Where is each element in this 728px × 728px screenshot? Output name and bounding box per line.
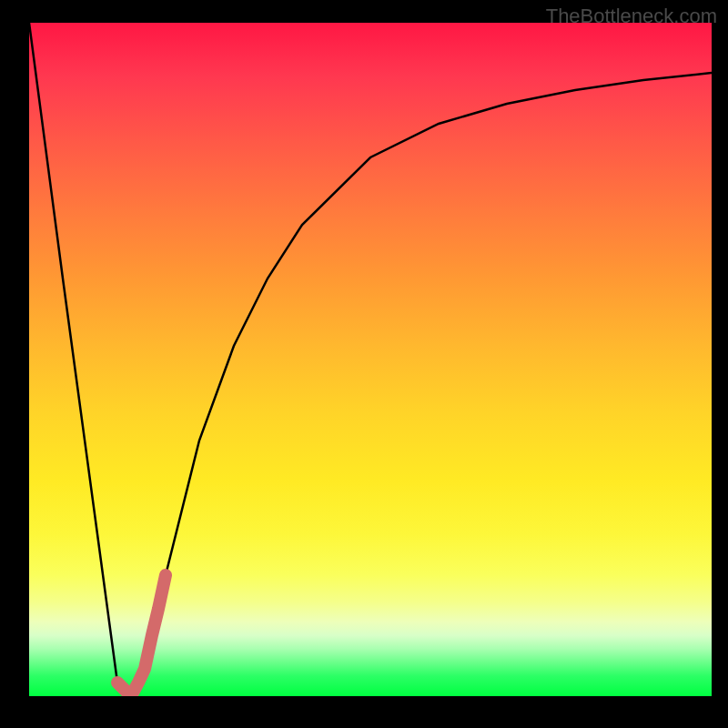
chart-svg <box>29 23 712 696</box>
chart-plot-area <box>29 23 712 696</box>
highlighted-region <box>117 575 166 696</box>
watermark-text: TheBottleneck.com <box>546 5 717 28</box>
bottleneck-curve-line <box>29 23 712 696</box>
